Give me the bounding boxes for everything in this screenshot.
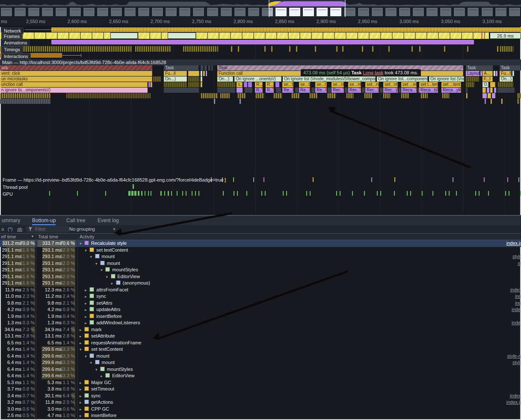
- table-row[interactable]: 3.4 ms0.7 %30.1 ms6.4 %▸syncindex.: [0, 393, 521, 399]
- flame-block[interactable]: [346, 93, 353, 98]
- expander-closed-icon[interactable]: ▸: [80, 340, 84, 347]
- table-row[interactable]: 3.7 ms0.8 %3.8 ms0.8 %▸setTimeout: [0, 386, 521, 393]
- flame-block[interactable]: [292, 93, 299, 98]
- expander-closed-icon[interactable]: ▸: [80, 327, 84, 334]
- expander-closed-icon[interactable]: ▸: [85, 320, 89, 327]
- source-link[interactable]: style-mod: [507, 353, 521, 360]
- timing-mark[interactable]: [238, 46, 239, 52]
- flame-block[interactable]: R...e: [266, 88, 274, 93]
- flame-block[interactable]: Reca...yle: [441, 88, 461, 93]
- activity-label[interactable]: insertBefore: [96, 314, 121, 319]
- flame-block[interactable]: [483, 93, 487, 98]
- flame-block[interactable]: [401, 93, 409, 98]
- expander-closed-icon[interactable]: ▸: [85, 307, 89, 314]
- flame-block[interactable]: On ignore list (\/node_modules\/|\/bower…: [283, 76, 376, 82]
- flame-block[interactable]: [248, 82, 252, 87]
- frames-track-label[interactable]: Frames: [1, 33, 22, 40]
- network-request-bar[interactable]: [51, 27, 521, 32]
- expander-open-icon[interactable]: ▾: [90, 254, 95, 261]
- flame-block[interactable]: [188, 82, 199, 87]
- flame-block[interactable]: [256, 93, 264, 98]
- table-row[interactable]: 13.1 ms2.8 %13.1 ms2.8 %▸setAttribute: [0, 333, 521, 340]
- expander-closed-icon[interactable]: ▸: [80, 380, 84, 387]
- source-link[interactable]: index.js:: [510, 287, 521, 294]
- flame-block[interactable]: Task: [164, 65, 199, 70]
- activity-label[interactable]: EditorView: [118, 274, 140, 279]
- flame-block[interactable]: [238, 93, 246, 98]
- flame-block[interactable]: set ...ent: [401, 82, 417, 87]
- timing-mark[interactable]: [264, 46, 266, 52]
- flame-block[interactable]: Fu...ll: [164, 71, 187, 76]
- table-row[interactable]: 1.9 ms0.4 %1.9 ms0.4 %▸insertBefore: [0, 313, 521, 320]
- flame-block[interactable]: [153, 76, 161, 82]
- flame-block[interactable]: [151, 82, 152, 87]
- expander-closed-icon[interactable]: ▸: [80, 333, 84, 340]
- column-header-total-time[interactable]: Total time: [38, 234, 58, 240]
- flame-block[interactable]: On...): [217, 76, 233, 82]
- flame-block[interactable]: Re...le: [299, 88, 310, 93]
- timing-mark[interactable]: [271, 46, 272, 52]
- activity-label[interactable]: CPP GC: [91, 406, 109, 411]
- flame-block[interactable]: Rec...yle: [383, 88, 398, 93]
- activity-label[interactable]: EditorView: [112, 373, 134, 378]
- flame-block[interactable]: se...t: [315, 82, 327, 87]
- flame-block[interactable]: [421, 93, 428, 98]
- activity-label[interactable]: Major GC: [91, 380, 111, 385]
- flame-block[interactable]: Layout: [466, 71, 480, 76]
- flame-block[interactable]: [274, 93, 282, 98]
- timing-mark[interactable]: [362, 46, 363, 52]
- film-thumb[interactable]: [289, 7, 301, 17]
- main-thread-track-title[interactable]: Main — http://localhost:3000/projects/bd…: [0, 59, 521, 65]
- table-row[interactable]: 34.6 ms7.3 %34.9 ms7.4 %▸mark: [0, 326, 521, 333]
- flame-block[interactable]: [490, 88, 493, 93]
- flame-block[interactable]: [466, 88, 468, 93]
- flame-block[interactable]: [201, 65, 204, 70]
- flame-block[interactable]: [490, 82, 495, 87]
- flame-block[interactable]: vent: click: [0, 71, 152, 76]
- table-row[interactable]: 6.4 ms1.4 %299.6 ms63.3 %▾mountstyle-mod: [0, 353, 521, 360]
- grouping-select[interactable]: No grouping: [69, 226, 95, 233]
- flame-block[interactable]: [245, 88, 252, 93]
- flame-block[interactable]: [295, 88, 299, 93]
- timing-mark[interactable]: [388, 46, 390, 52]
- flame-block[interactable]: se...nt: [332, 82, 344, 87]
- film-thumb[interactable]: [302, 7, 314, 17]
- animations-track-label[interactable]: Animations: [1, 39, 30, 46]
- flame-block[interactable]: Task: [466, 65, 493, 70]
- flame-block[interactable]: Fu...Il: [500, 71, 512, 76]
- flame-block[interactable]: On...): [500, 76, 513, 82]
- flame-block[interactable]: Reca...tyle: [401, 88, 417, 93]
- flame-block[interactable]: [206, 71, 207, 76]
- expander-open-icon[interactable]: ▾: [80, 347, 84, 353]
- flame-block[interactable]: [244, 82, 247, 87]
- flame-block[interactable]: [494, 71, 495, 76]
- table-row[interactable]: 3.2 ms0.7 %11.8 ms2.5 %▸getActionsindex.…: [0, 399, 521, 406]
- timing-mark[interactable]: [444, 46, 445, 52]
- match-word-icon[interactable]: ab: [17, 226, 22, 233]
- activity-label[interactable]: sync: [96, 294, 106, 299]
- flame-block[interactable]: se...nt: [348, 82, 361, 87]
- table-row[interactable]: 291.1 ms61.6 %293.1 ms62.0 %▸(anonymous)…: [0, 280, 521, 287]
- timing-mark[interactable]: [342, 46, 343, 52]
- flame-block[interactable]: [0, 93, 50, 98]
- flame-block[interactable]: F...l: [483, 76, 493, 82]
- flame-block[interactable]: [237, 88, 243, 93]
- expander-closed-icon[interactable]: ▸: [80, 406, 84, 413]
- activity-label[interactable]: set textContent: [96, 247, 128, 253]
- activity-label[interactable]: (anonymous): [123, 280, 150, 285]
- flame-block[interactable]: [203, 71, 205, 76]
- table-row[interactable]: 291.1 ms61.6 %293.1 ms62.0 %▾set textCon…: [0, 247, 521, 254]
- flame-block[interactable]: R...: [255, 82, 263, 87]
- source-link[interactable]: index.js: [506, 240, 521, 247]
- activity-label[interactable]: mount: [102, 360, 115, 365]
- flame-block[interactable]: [211, 65, 213, 70]
- flame-block[interactable]: [214, 99, 215, 104]
- activity-label[interactable]: attrsFromFacet: [96, 287, 128, 292]
- flame-block[interactable]: [383, 93, 390, 98]
- flame-block[interactable]: s...t: [237, 82, 243, 87]
- activity-label[interactable]: setTimeout: [91, 386, 114, 391]
- flame-block[interactable]: [501, 99, 503, 104]
- timing-mark[interactable]: [289, 46, 290, 52]
- expander-open-icon[interactable]: ▾: [95, 261, 100, 267]
- table-row[interactable]: 6.4 ms1.4 %299.6 ms63.3 %▾mountstyle-mod: [0, 359, 521, 366]
